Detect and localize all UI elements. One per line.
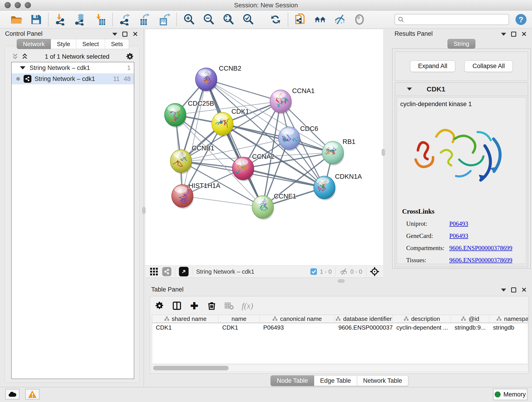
network-graph[interactable]: CCNB2CCNA1CDC25BCDK1CDC6RB1CCNB1CCNA2CDK… xyxy=(145,29,383,265)
table-cell[interactable]: CDK1 xyxy=(219,323,260,332)
export-image-icon[interactable] xyxy=(158,13,171,26)
tab-network-table[interactable]: Network Table xyxy=(357,375,409,386)
search-input[interactable] xyxy=(394,14,509,25)
gene-section-header[interactable]: CDK1 xyxy=(395,83,528,96)
network-collection-row[interactable]: String Network – cdk1 1 xyxy=(12,62,134,73)
table-panel-float-icon[interactable] xyxy=(511,287,516,293)
table-cell[interactable]: 9606.ENSP00000378699 xyxy=(335,323,393,332)
graph-node-CDC25B[interactable]: CDC25B xyxy=(165,100,214,128)
results-panel-menu-icon[interactable] xyxy=(501,33,506,36)
crosslink-link[interactable]: P06493 xyxy=(449,220,468,227)
table-cell[interactable]: stringdb:9... xyxy=(451,323,489,332)
column-sort-icon[interactable] xyxy=(461,316,466,322)
tab-string[interactable]: String xyxy=(447,39,475,49)
network-options-gear-icon[interactable] xyxy=(126,52,134,61)
graph-edge-CCNB2-HIST1H1A[interactable] xyxy=(182,79,206,196)
open-session-icon[interactable] xyxy=(10,13,22,26)
table-horizontal-scrollbar[interactable] xyxy=(152,365,528,371)
collapse-all-chevron-icon[interactable] xyxy=(11,53,19,61)
control-panel-close-icon[interactable]: ✕ xyxy=(133,32,138,37)
table-settings-gear-icon[interactable] xyxy=(155,301,164,311)
import-network-icon[interactable] xyxy=(55,13,67,26)
help-icon[interactable]: ? xyxy=(515,13,527,26)
tab-style[interactable]: Style xyxy=(51,39,76,49)
results-panel-close-icon[interactable]: ✕ xyxy=(521,32,527,37)
tree-expand-icon[interactable] xyxy=(20,66,25,70)
import-table-icon[interactable] xyxy=(94,13,106,26)
graph-edge-CCNE1-HIST1H1A[interactable] xyxy=(182,196,263,207)
column-sort-icon[interactable] xyxy=(404,316,409,322)
table-row[interactable]: CDK1CDK1P064939606.ENSP00000378699cyclin… xyxy=(152,323,528,332)
tab-node-table[interactable]: Node Table xyxy=(271,375,314,386)
refresh-icon[interactable] xyxy=(269,13,282,26)
left-splitter-handle[interactable] xyxy=(142,207,146,214)
column-header-name[interactable]: name xyxy=(219,315,260,323)
tab-network[interactable]: Network xyxy=(17,39,51,49)
import-network-database-icon[interactable] xyxy=(74,13,87,26)
selected-checkbox-icon[interactable] xyxy=(310,268,317,275)
birdseye-grid-icon[interactable] xyxy=(149,267,158,276)
table-panel-close-icon[interactable]: ✕ xyxy=(521,287,527,293)
warnings-button[interactable] xyxy=(25,389,39,400)
graph-node-CDKN1A[interactable]: CDKN1A xyxy=(314,173,362,200)
collapse-all-button[interactable]: Collapse All xyxy=(464,61,513,72)
graph-node-CCNA1[interactable]: CCNA1 xyxy=(270,87,315,114)
gray-eye-icon[interactable] xyxy=(353,13,366,26)
share-document-icon[interactable] xyxy=(294,13,307,26)
column-sort-icon[interactable] xyxy=(496,316,502,322)
results-panel-float-icon[interactable] xyxy=(511,32,516,37)
zoom-in-icon[interactable] xyxy=(183,13,195,26)
crosslink-link[interactable]: P06493 xyxy=(449,232,468,240)
expand-all-chevron-icon[interactable] xyxy=(21,53,29,61)
column-sort-icon[interactable] xyxy=(336,316,341,322)
column-header-namespace[interactable]: namespace xyxy=(489,315,528,323)
graph-node-CCNE1[interactable]: CCNE1 xyxy=(252,192,296,220)
zoom-fit-icon[interactable] xyxy=(222,13,234,26)
table-cell[interactable]: stringdb xyxy=(489,323,528,332)
tab-sets[interactable]: Sets xyxy=(105,39,129,49)
show-columns-icon[interactable] xyxy=(172,301,182,311)
column-header-shared-name[interactable]: shared name xyxy=(152,315,219,323)
table-panel-menu-icon[interactable] xyxy=(501,288,506,292)
column-header-canonical-name[interactable]: canonical name xyxy=(260,315,335,323)
bottom-splitter-handle[interactable] xyxy=(338,279,345,283)
gene-collapse-icon[interactable] xyxy=(407,88,412,90)
zoom-out-icon[interactable] xyxy=(203,13,215,26)
export-table-icon[interactable] xyxy=(138,13,151,26)
network-view-canvas[interactable]: CCNB2CCNA1CDC25BCDK1CDC6RB1CCNB1CCNA2CDK… xyxy=(145,29,383,265)
fit-content-crosshair-icon[interactable] xyxy=(370,267,380,276)
graph-edge-CCNA2-CDKN1A[interactable] xyxy=(243,168,324,187)
graph-node-HIST1H1A[interactable]: HIST1H1A xyxy=(172,182,220,209)
right-splitter-handle[interactable] xyxy=(382,149,385,156)
control-panel-float-icon[interactable] xyxy=(122,32,127,37)
save-session-icon[interactable] xyxy=(30,13,42,26)
graph-edge-CCNB2-CCNA1[interactable] xyxy=(206,79,281,101)
network-row[interactable]: String Network – cdk1 11 48 xyxy=(12,73,134,84)
column-sort-icon[interactable] xyxy=(272,316,278,322)
control-panel-menu-icon[interactable] xyxy=(112,33,117,36)
table-cell[interactable]: P06493 xyxy=(260,323,335,332)
column-header-database-identifier[interactable]: database identifier xyxy=(335,315,393,323)
string-homes-icon[interactable] xyxy=(314,13,326,26)
scrollbar-thumb[interactable] xyxy=(153,366,229,370)
network-share-icon[interactable] xyxy=(162,267,171,276)
hide-unhide-icon[interactable] xyxy=(334,13,346,26)
export-network-icon[interactable] xyxy=(119,13,131,26)
memory-button[interactable]: Memory xyxy=(493,389,527,400)
column-header--id[interactable]: @id xyxy=(451,315,489,323)
table-cell[interactable]: cyclin-dependent ... xyxy=(393,323,451,332)
expand-all-button[interactable]: Expand All xyxy=(410,61,456,72)
delete-column-icon[interactable] xyxy=(207,301,216,311)
cloud-button[interactable] xyxy=(5,389,19,400)
table-cell[interactable]: CDK1 xyxy=(152,323,219,332)
tab-edge-table[interactable]: Edge Table xyxy=(314,375,357,386)
open-in-new-window-icon[interactable] xyxy=(179,267,189,276)
graph-node-CCNB1[interactable]: CCNB1 xyxy=(170,144,214,174)
graph-node-RB1[interactable]: RB1 xyxy=(322,138,355,166)
column-header-description[interactable]: description xyxy=(393,315,451,323)
crosslink-link[interactable]: 9606.ENSP00000378699 xyxy=(449,257,512,264)
crosslink-link[interactable]: 9606.ENSP00000378699 xyxy=(449,245,512,252)
zoom-selected-icon[interactable] xyxy=(242,13,254,26)
column-sort-icon[interactable] xyxy=(164,316,170,322)
add-column-icon[interactable] xyxy=(190,301,199,311)
